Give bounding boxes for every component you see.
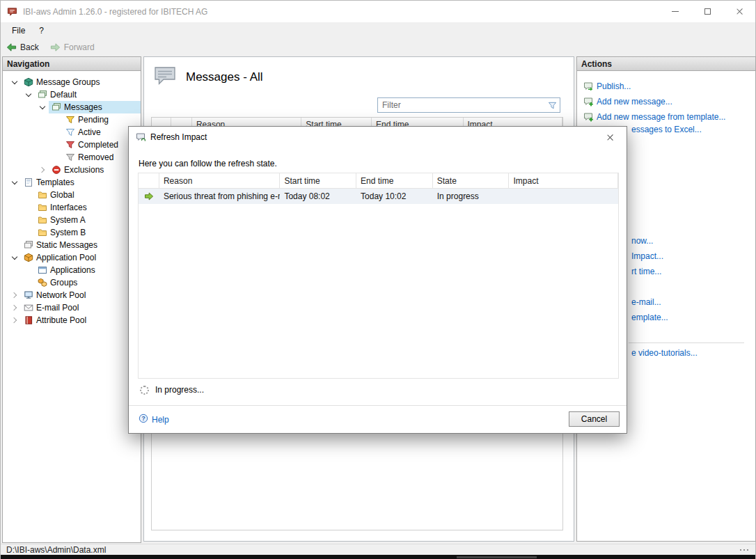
tree-item-global[interactable]: Global [3,189,141,201]
tree-item-messages[interactable]: Messages [3,101,141,113]
groups-icon [37,278,47,288]
funnel-removed-icon [65,152,75,162]
messages-bubble-icon [154,66,176,88]
action-link-fragment[interactable]: rt time... [631,267,661,279]
funnel-pending-icon [65,115,75,125]
chevron-expanded-icon[interactable] [10,177,21,188]
reason-cell: Serious threat from phishing e-m... [159,191,280,201]
tree-item-content[interactable]: Groups [35,276,141,289]
tree-item-content[interactable]: Templates [21,176,141,189]
folder-icon [37,215,47,225]
tree-item-label: Exclusions [64,165,104,175]
dialog-column-header-impact[interactable]: Impact [509,173,618,188]
tree-item-applications[interactable]: Applications [3,264,141,276]
chevron-expanded-icon[interactable] [10,77,21,88]
chevron-expanded-icon[interactable] [38,102,49,113]
back-button[interactable]: Back [6,42,39,52]
filter-funnel-icon[interactable] [544,98,560,112]
tree-item-groups[interactable]: Groups [3,276,141,289]
menu-help[interactable]: ? [33,24,49,38]
page-title: Messages - All [186,70,263,84]
back-arrow-icon [6,42,17,52]
dialog-table-row[interactable]: Serious threat from phishing e-m...Today… [139,189,618,204]
action-link-add-new-message-from-template[interactable]: Add new message from template... [583,110,725,124]
arrow-right-icon [143,191,154,201]
tree-item-system-a[interactable]: System A [3,214,141,226]
app-icon [7,7,17,17]
message-groups-icon [23,77,33,87]
action-link-fragment[interactable]: e-mail... [631,297,661,310]
tree-item-network-pool[interactable]: Network Pool [3,289,141,301]
tree-item-attribute-pool[interactable]: Attribute Pool [3,314,141,326]
tree-item-active[interactable]: Active [3,126,141,139]
tree-item-content[interactable]: Default [35,88,141,101]
tree-item-exclusions[interactable]: Exclusions [3,164,141,176]
tree-item-content[interactable]: Interfaces [35,201,141,214]
tree-item-content[interactable]: Application Pool [21,251,141,264]
tree-item-content[interactable]: Message Groups [21,76,141,88]
tree-item-default[interactable]: Default [3,88,141,101]
window-title: IBI-aws Admin 1.26.0 - registered for IB… [23,7,207,17]
tree-item-system-b[interactable]: System B [3,226,141,239]
action-link-fragment[interactable]: essages to Excel... [631,125,702,137]
dialog-column-header-start-time[interactable]: Start time [280,173,356,188]
tree-item-label: Interfaces [50,203,87,212]
filter-input[interactable] [378,100,544,110]
forward-button[interactable]: Forward [50,42,95,52]
tree-item-completed[interactable]: Completed [3,139,141,151]
dialog-column-header-end-time[interactable]: End time [356,173,433,188]
tree-item-content[interactable]: System B [35,226,141,239]
tree-item-content[interactable]: Messages [49,101,141,113]
resize-grip[interactable] [740,548,750,552]
close-button[interactable] [723,1,755,22]
chevron-collapsed-icon[interactable] [38,164,49,175]
chevron-collapsed-icon[interactable] [10,315,21,326]
tree-item-templates[interactable]: Templates [3,176,141,189]
dialog-description: Here you can follow the refresh state. [139,159,277,168]
minimize-button[interactable] [659,1,691,22]
chevron-expanded-icon[interactable] [24,89,35,100]
action-link-fragment[interactable]: emplate... [631,313,668,325]
chevron-collapsed-icon[interactable] [10,290,21,301]
cancel-button[interactable]: Cancel [569,411,620,427]
tree-item-interfaces[interactable]: Interfaces [3,201,141,214]
tree-item-message-groups[interactable]: Message Groups [3,76,141,88]
chevron-spacer [24,189,35,200]
folder-icon [37,190,47,200]
chevron-expanded-icon[interactable] [10,252,21,263]
action-link-add-new-message[interactable]: Add new message... [583,95,672,109]
tree-item-removed[interactable]: Removed [3,151,141,164]
main-header: Messages - All [154,66,263,88]
tree-item-application-pool[interactable]: Application Pool [3,251,141,264]
tree-item-content[interactable]: Network Pool [21,289,141,301]
dialog-table-body: Serious threat from phishing e-m...Today… [139,189,618,204]
exclusions-icon [51,165,61,175]
dialog-column-header-state[interactable]: State [433,173,510,188]
action-link-fragment[interactable]: now... [631,236,653,249]
actions-separator [629,343,744,343]
tree-item-content[interactable]: Applications [35,264,141,276]
action-link-fragment[interactable]: e video-tutorials... [631,348,698,361]
tree-item-content[interactable]: Global [35,189,141,201]
tree-item-content[interactable]: E-mail Pool [21,301,141,314]
tree-item-e-mail-pool[interactable]: E-mail Pool [3,301,141,314]
tree-item-content[interactable]: Static Messages [21,239,141,251]
action-link-fragment[interactable]: Impact... [631,251,663,264]
tree-item-content[interactable]: Pending [63,113,141,126]
end-time-cell: Today 10:02 [356,191,433,201]
forward-arrow-icon [50,42,61,52]
taskbar-strip [1,555,755,559]
menu-file[interactable]: File [6,24,31,38]
chevron-collapsed-icon[interactable] [10,302,21,313]
tree-item-content[interactable]: Attribute Pool [21,314,141,326]
tree-item-content[interactable]: System A [35,214,141,226]
maximize-button[interactable] [691,1,723,22]
help-link[interactable]: ? Help [139,414,169,425]
dialog-column-header-reason[interactable]: Reason [159,173,280,188]
tree-item-pending[interactable]: Pending [3,113,141,126]
dialog-close-button[interactable] [594,127,626,147]
tree-item-content[interactable]: Exclusions [49,164,141,176]
action-link-publish[interactable]: Publish... [583,79,631,93]
tree-item-static-messages[interactable]: Static Messages [3,239,141,251]
back-label: Back [20,42,39,52]
